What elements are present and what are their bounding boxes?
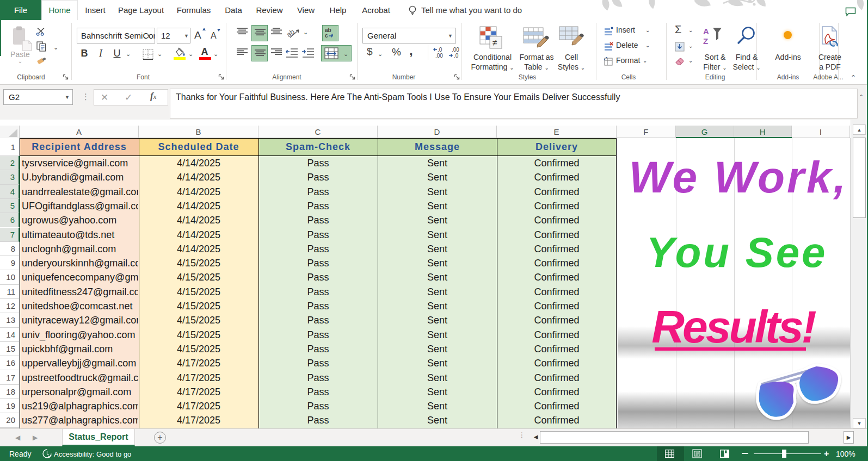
svg-text:.0: .0 — [454, 53, 459, 59]
svg-text:Z: Z — [703, 36, 708, 46]
svg-text:.00: .00 — [435, 53, 443, 59]
svg-text:c: c — [325, 33, 328, 39]
svg-text:A: A — [703, 27, 709, 36]
svg-text:≠: ≠ — [493, 38, 497, 47]
svg-text:.00: .00 — [452, 47, 459, 53]
svg-text:.0: .0 — [438, 47, 442, 53]
